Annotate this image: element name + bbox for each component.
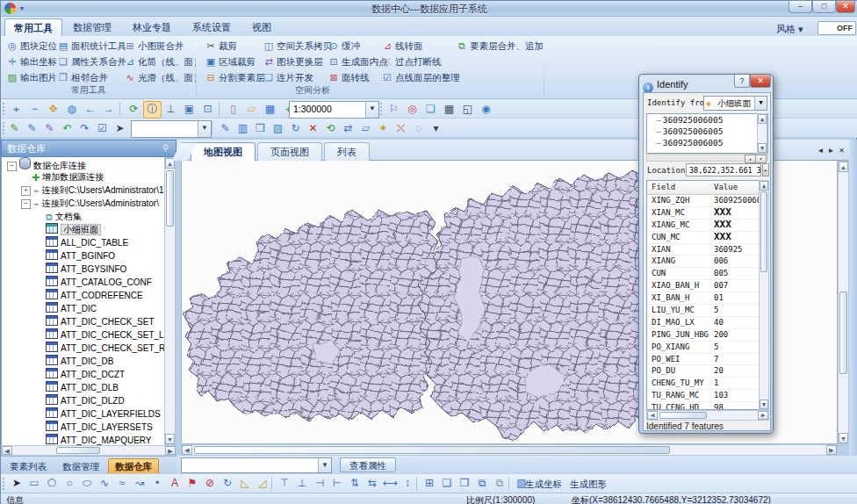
map-hscroll-thumb[interactable]	[194, 446, 670, 454]
scroll-up-icon[interactable]: ▲	[760, 181, 768, 191]
ribbon-button-patch-merge[interactable]: ⊞小图斑合并	[124, 39, 184, 54]
identified-feature[interactable]: 360925006005	[647, 114, 767, 126]
undo-icon[interactable]: ↶	[58, 120, 76, 138]
scroll-up-icon[interactable]: ▲	[839, 162, 848, 172]
attribute-row[interactable]: DI_MAO_LX40	[647, 317, 768, 329]
location-expand-button[interactable]: ▸	[762, 163, 769, 176]
scroll-left-icon[interactable]: ◀	[2, 446, 12, 455]
snapshot-icon[interactable]: ▨	[269, 120, 287, 138]
scroll-right-icon[interactable]: ▶	[826, 445, 837, 455]
prev-view-icon[interactable]: ←	[81, 101, 99, 119]
disable-draw-icon[interactable]: ⊘	[201, 476, 219, 492]
ribbon-button-spatial-copy[interactable]: ◫空间关系拷贝	[263, 39, 332, 54]
ribbon-button-area-stats[interactable]: ▤面积统计工具	[57, 39, 126, 54]
overview-window-icon[interactable]: ⊡	[198, 101, 217, 119]
tree-item-att_dic_check_set[interactable]: ATT_DIC_CHECK_SET	[2, 315, 164, 328]
delete-feature-icon[interactable]: ✕	[304, 120, 322, 138]
open-doc-icon[interactable]: ▱	[242, 101, 261, 119]
attribute-row[interactable]: CUN_MCXXX	[647, 232, 768, 244]
ribbon-button-layer-cleanup[interactable]: ☑点线面层的整理	[381, 70, 460, 85]
start-edit-icon[interactable]: ✎	[5, 120, 24, 138]
attribute-row[interactable]: TU_RANG_MC103	[647, 390, 768, 402]
tree-horizontal-scrollbar[interactable]: ◀ ▶	[1, 445, 176, 456]
draw-rect-icon[interactable]: ▭	[25, 476, 43, 492]
draw-point-icon[interactable]: •	[148, 476, 166, 492]
save-edit-icon[interactable]: ✎	[23, 120, 41, 138]
chevron-down-icon[interactable]: ▼	[198, 121, 211, 137]
pin-icon[interactable]: ⚲	[162, 142, 173, 154]
align-top-icon[interactable]: ⊤	[276, 476, 293, 492]
ribbon-button-region-clip[interactable]: ▣区域裁剪	[205, 54, 256, 69]
draw-ellipse-icon[interactable]: ⬭	[78, 476, 96, 492]
attribute-row[interactable]: XIAO_BAN_H007	[647, 280, 768, 292]
send-back-icon[interactable]: ❐	[456, 476, 473, 492]
flag-marker-icon[interactable]: ⚑	[184, 476, 201, 492]
map-horizontal-scrollbar[interactable]: ◀ ▶	[181, 444, 838, 456]
scroll-down-icon[interactable]: ▼	[839, 433, 848, 443]
draw-circle-icon[interactable]: ○	[61, 476, 78, 492]
ribbon-tab-2[interactable]: 林业专题	[124, 18, 180, 36]
select-check-icon[interactable]: ☑	[93, 120, 112, 138]
save-doc-icon[interactable]: ▦	[261, 101, 279, 119]
tree-item-node-4[interactable]: ⧉文档集	[2, 210, 164, 223]
ribbon-button-smooth-line-poly[interactable]: ∿光滑（线、面）	[124, 70, 203, 85]
tree-item-att_dic_check_set_limit[interactable]: ATT_DIC_CHECK_SET_LIMIT	[2, 328, 164, 342]
reload-icon[interactable]: ⟲	[321, 120, 340, 138]
grid-horizontal-scrollbar[interactable]: ◀ ▶	[646, 410, 769, 421]
zoom-out-icon[interactable]: −	[25, 101, 44, 119]
new-doc-icon[interactable]: ▯	[224, 101, 242, 119]
group-shapes-icon[interactable]: ⧉	[473, 476, 491, 492]
tree-item-cusersadministrator1[interactable]: +⌁连接到C:\Users\Administrator\1	[2, 184, 164, 197]
tree-item-att_catalog_conf[interactable]: ATT_CATALOG_CONF	[2, 276, 164, 289]
attribute-row[interactable]: XIAN360925	[647, 244, 768, 256]
ribbon-button-buffer[interactable]: ⊙缓冲	[328, 39, 360, 54]
attribute-row[interactable]: XIAN_MCXXX	[647, 207, 768, 220]
refresh-icon[interactable]: ⟳	[125, 101, 143, 119]
ribbon-button-break-line-at-points[interactable]: ⤬过点打断线	[381, 54, 442, 69]
tree-item-att_dic_layersets[interactable]: ATT_DIC_LAYERSETS	[2, 421, 164, 434]
ribbon-button-block-locate[interactable]: ◎图块定位	[6, 39, 57, 54]
attribute-row[interactable]: XIANG006	[647, 256, 768, 268]
align-right-icon[interactable]: ⊢	[328, 476, 346, 492]
attribute-row[interactable]: PO_XIANG5	[647, 342, 768, 354]
tree-item-att_dic_dlb[interactable]: ATT_DIC_DLB	[2, 381, 164, 394]
draw-polyline-icon[interactable]: ∿	[96, 476, 113, 492]
map-vscroll-thumb[interactable]	[839, 292, 847, 374]
tab-close-icon[interactable]: ✕	[837, 146, 846, 155]
minimize-button[interactable]: –	[789, 1, 812, 13]
scroll-left-icon[interactable]: ◀	[647, 411, 658, 420]
edit-pointer-icon[interactable]: ➤	[111, 120, 129, 138]
center-horizontal-icon[interactable]: ⇆	[364, 476, 381, 492]
spark-tool-icon[interactable]: ✦	[374, 120, 392, 138]
attributes-icon[interactable]: ▥	[234, 120, 252, 138]
ribbon-button-clip[interactable]: ✂裁剪	[205, 39, 237, 54]
align-left-icon[interactable]: ⊣	[311, 476, 328, 492]
next-view-icon[interactable]: →	[99, 101, 118, 119]
scroll-down-icon[interactable]: ▼	[758, 143, 767, 153]
layer-grid-icon[interactable]: ▦	[440, 101, 458, 119]
tree-item-att_dic_layerfields[interactable]: ATT_DIC_LAYERFIELDS	[2, 407, 164, 421]
toolbar-grip[interactable]	[3, 478, 7, 490]
ribbon-button-split-layer[interactable]: ⊟分割要素层	[205, 70, 265, 85]
attribute-row[interactable]: XIANG_MCXXX	[647, 220, 768, 232]
draw-text-icon[interactable]: A	[166, 476, 184, 492]
scroll-up-icon[interactable]: ▲	[758, 114, 767, 124]
expand-icon[interactable]: +	[21, 186, 31, 196]
scroll-right-icon[interactable]: ▶	[758, 411, 768, 420]
quick-edit-icon[interactable]: ✎	[40, 120, 59, 138]
split-line-icon[interactable]: ⤬	[392, 120, 410, 138]
collapse-all-button[interactable]: ▾	[755, 155, 767, 163]
attribute-row[interactable]: TU_CENG_HD98	[647, 402, 768, 410]
search-features-icon[interactable]: ◉	[477, 101, 495, 119]
scroll-right-icon[interactable]: ▶	[165, 446, 176, 455]
maximize-button[interactable]: □	[812, 1, 836, 13]
pan-icon[interactable]: ✥	[44, 101, 62, 119]
attribute-row[interactable]: PO_WEI7	[647, 354, 768, 366]
scale-combo[interactable]: 1:300000▼	[289, 101, 379, 119]
sketch-icon[interactable]: ✎	[216, 120, 234, 138]
scroll-down-icon[interactable]: ▼	[165, 434, 175, 444]
feature-template-combo[interactable]: ▼	[131, 120, 212, 138]
attribute-row[interactable]: XING_ZQH360925006005	[647, 195, 768, 207]
collapse-icon[interactable]: −	[21, 199, 31, 209]
tree-item-all_dic_table[interactable]: ALL_DIC_TABLE	[2, 236, 164, 249]
